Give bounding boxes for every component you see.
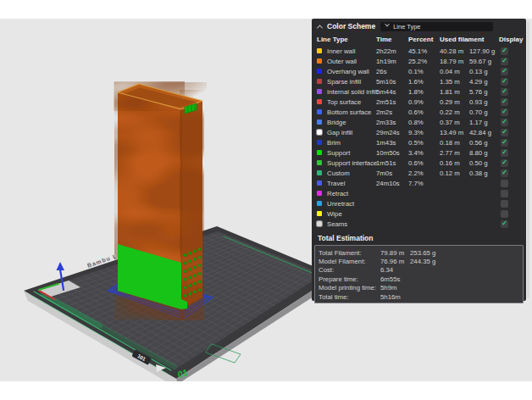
color-swatch [317,170,322,175]
percent: 1.8% [408,88,440,96]
total-row: Total time:5h16m [315,292,523,301]
display-checkbox[interactable]: ✓ [501,108,508,116]
line-type-row-top-surface: Top surface2m51s0.9%0.29 m0.93 g✓ [312,97,526,107]
color-scheme-select[interactable]: Line Type [380,22,493,31]
line-type-row-unretract: Unretract [312,198,526,208]
color-swatch [317,140,322,145]
total-row: Cost:6.34 [315,266,523,275]
length: 0.04 m [440,68,469,75]
color-scheme-value: Line Type [393,23,420,31]
time: 7m0s [376,169,408,177]
length: 0.16 m [440,159,469,167]
label: Wipe [327,210,376,218]
color-swatch [317,48,322,53]
col-percent: Percent [408,36,440,43]
color-swatch [317,211,322,216]
weight: 8.80 g [469,149,497,157]
length: 18.79 m [440,58,469,65]
label: Inner wall [327,47,376,55]
percent: 45.1% [408,47,440,55]
length: 0.12 m [440,169,469,177]
display-checkbox[interactable]: ✓ [501,149,508,157]
display-checkbox[interactable] [501,210,508,218]
display-checkbox[interactable] [501,190,508,197]
display-checkbox[interactable]: ✓ [501,47,508,55]
time: 1m43s [376,139,408,147]
weight: 4.29 g [469,78,497,86]
label: Sparse infill [327,78,376,86]
total-label: Model Filament: [319,258,380,265]
display-checkbox[interactable]: ✓ [501,68,508,75]
total-label: Total Filament: [319,249,380,257]
color-swatch [317,150,322,155]
length: 2.77 m [440,149,469,157]
display-checkbox[interactable]: ✓ [501,58,508,65]
percent: 7.7% [408,180,440,187]
total-row: Prepare time:6m55s [315,275,523,283]
total-value: 76.96 m [380,258,410,265]
color-swatch [317,69,322,74]
time: 26s [376,68,408,75]
color-swatch [317,130,322,135]
percent: 9.3% [408,129,440,136]
col-time: Time [376,36,408,43]
total-value: 6.34 [380,266,410,274]
percent: 0.5% [408,139,440,147]
time: 2m2s [376,108,408,116]
app-window: Bambu Lab 101 01 [0,0,532,400]
line-type-row-support-interface: Support interface1m51s0.6%0.16 m0.50 g✓ [312,158,526,168]
display-checkbox[interactable]: ✓ [501,88,508,96]
display-checkbox[interactable]: ✓ [501,159,508,167]
line-type-row-travel: Travel24m10s7.7% [312,178,526,188]
display-checkbox[interactable]: ✓ [501,78,508,86]
color-swatch [317,58,322,64]
display-checkbox[interactable] [501,180,508,187]
label: Travel [327,180,376,187]
label: Bottom surface [327,108,376,116]
display-checkbox[interactable]: ✓ [501,139,508,147]
total-row: Total Filament:79.89 m253.65 g [315,248,523,257]
panel-scrollbar[interactable] [527,21,529,298]
display-checkbox[interactable]: ✓ [501,220,508,228]
time: 5m10s [376,78,408,86]
color-swatch [317,221,322,226]
percent: 1.6% [408,78,440,86]
label: Seams [327,220,376,228]
weight: 5.76 g [469,88,497,96]
display-checkbox[interactable] [501,200,508,208]
total-value: 6m55s [380,275,410,283]
time: 10m50s [376,149,408,157]
total-estimation-title: Total Estimation [312,229,526,245]
label: Retract [327,190,376,197]
table-header: Line Type Time Percent Used filament Dis… [312,33,526,46]
line-type-row-wipe: Wipe [312,208,526,219]
line-type-row-seams: Seams✓ [312,219,526,229]
line-type-row-outer-wall: Outer wall1h19m25.2%18.79 m59.67 g✓ [312,56,526,66]
total-value: 244.35 g [410,258,519,265]
model[interactable] [118,84,202,309]
time: 29m24s [376,129,408,136]
display-checkbox[interactable]: ✓ [501,169,508,177]
total-value: 5h9m [380,284,410,292]
length: 1.35 m [440,78,469,86]
line-type-row-brim: Brim1m43s0.5%0.18 m0.56 g✓ [312,137,526,147]
display-checkbox[interactable]: ✓ [501,119,508,126]
length: 1.81 m [440,88,469,96]
line-type-row-overhang-wall: Overhang wall26s0.1%0.04 m0.13 g✓ [312,66,526,76]
line-type-row-custom: Custom7m0s2.2%0.12 m0.38 g✓ [312,168,526,178]
collapse-panel-icon[interactable] [317,25,323,31]
display-checkbox[interactable]: ✓ [501,98,508,106]
length: 0.22 m [440,108,469,116]
length: 0.18 m [440,139,469,147]
display-checkbox[interactable]: ✓ [501,129,508,136]
time: 1m51s [376,159,408,167]
panel-title: Color Scheme [327,22,375,31]
line-type-row-bridge: Bridge2m33s0.8%0.37 m1.17 g✓ [312,117,526,127]
color-swatch [317,181,322,186]
time: 2m51s [376,98,408,106]
line-type-row-gap-infill: Gap infill29m24s9.3%13.49 m42.84 g✓ [312,127,526,137]
label: Overhang wall [327,68,376,75]
length: 0.37 m [440,119,469,126]
total-label: Total time: [319,293,380,301]
percent: 0.6% [408,159,440,167]
